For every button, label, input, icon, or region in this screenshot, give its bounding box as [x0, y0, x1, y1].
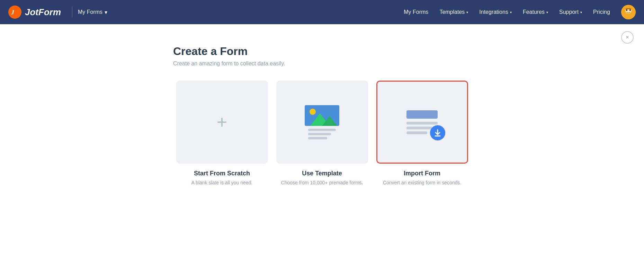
main-content: Create a Form Create an amazing form to …: [0, 24, 644, 257]
template-image-placeholder: [305, 105, 339, 126]
my-forms-nav-link[interactable]: My Forms ▾: [78, 9, 107, 16]
template-line-2: [308, 133, 331, 135]
nav-my-forms[interactable]: My Forms: [404, 9, 428, 15]
card-import-title: Import Form: [404, 170, 440, 177]
svg-point-0: [8, 6, 21, 19]
integrations-caret: ▾: [510, 10, 512, 14]
my-forms-caret: ▾: [105, 9, 107, 16]
nav-templates[interactable]: Templates ▾: [439, 9, 468, 15]
card-scratch-visual[interactable]: +: [176, 81, 268, 164]
nav-features-label: Features: [523, 9, 545, 15]
import-lines: [406, 122, 438, 134]
import-icon: [406, 110, 438, 134]
features-caret: ▾: [546, 10, 548, 14]
import-line-3: [406, 131, 427, 134]
nav-integrations-label: Integrations: [479, 9, 508, 15]
template-lines: [308, 129, 336, 139]
nav-integrations[interactable]: Integrations ▾: [479, 9, 512, 15]
nav-features[interactable]: Features ▾: [523, 9, 548, 15]
card-template-visual[interactable]: [276, 81, 368, 164]
card-template[interactable]: Use Template Choose from 10,000+ premade…: [276, 81, 368, 186]
import-download-circle: [430, 125, 445, 140]
card-scratch-title: Start From Scratch: [194, 170, 250, 177]
avatar-icon: [621, 5, 636, 19]
template-line-1: [308, 129, 336, 131]
page-title: Create a Form: [173, 45, 471, 58]
page-subtitle: Create an amazing form to collect data e…: [173, 61, 471, 67]
page-header: Create a Form Create an amazing form to …: [173, 45, 471, 67]
my-forms-label: My Forms: [78, 9, 102, 15]
nav-support[interactable]: Support ▾: [559, 9, 582, 15]
template-mountain-right: [322, 116, 337, 126]
template-icon: [305, 105, 339, 139]
card-import[interactable]: Import Form Convert an existing form in …: [376, 81, 468, 186]
nav-right: My Forms Templates ▾ Integrations ▾ Feat…: [404, 5, 636, 19]
plus-icon: +: [217, 113, 227, 131]
import-line-1: [406, 122, 438, 125]
user-avatar[interactable]: [621, 5, 636, 19]
svg-point-4: [626, 9, 627, 11]
card-import-desc: Convert an existing form in seconds.: [383, 179, 461, 186]
support-caret: ▾: [580, 10, 582, 14]
nav-pricing[interactable]: Pricing: [593, 9, 610, 15]
import-line-2: [406, 127, 432, 129]
nav-support-label: Support: [559, 9, 579, 15]
templates-caret: ▾: [466, 10, 468, 14]
card-import-visual[interactable]: [376, 81, 468, 164]
template-line-3: [308, 137, 327, 139]
download-arrow-icon: [433, 128, 442, 137]
import-header-bar: [406, 110, 438, 119]
svg-text:J: J: [11, 9, 15, 16]
card-template-title: Use Template: [302, 170, 342, 177]
card-scratch-desc: A blank slate is all you need.: [191, 179, 253, 186]
svg-point-5: [629, 9, 631, 11]
nav-pricing-label: Pricing: [593, 9, 610, 15]
card-template-desc: Choose from 10,000+ premade forms.: [281, 179, 363, 186]
jotform-logo-icon: J: [8, 6, 21, 19]
close-icon: ×: [626, 34, 629, 40]
close-button[interactable]: ×: [621, 31, 634, 44]
brand-divider: [72, 7, 72, 18]
brand-logo[interactable]: J JotForm: [8, 6, 61, 19]
card-scratch[interactable]: + Start From Scratch A blank slate is al…: [176, 81, 268, 186]
nav-templates-label: Templates: [439, 9, 465, 15]
nav-my-forms-label: My Forms: [404, 9, 428, 15]
cards-row: + Start From Scratch A blank slate is al…: [176, 81, 468, 186]
brand-name: JotForm: [25, 7, 61, 18]
navbar: J JotForm My Forms ▾ My Forms Templates …: [0, 0, 644, 24]
